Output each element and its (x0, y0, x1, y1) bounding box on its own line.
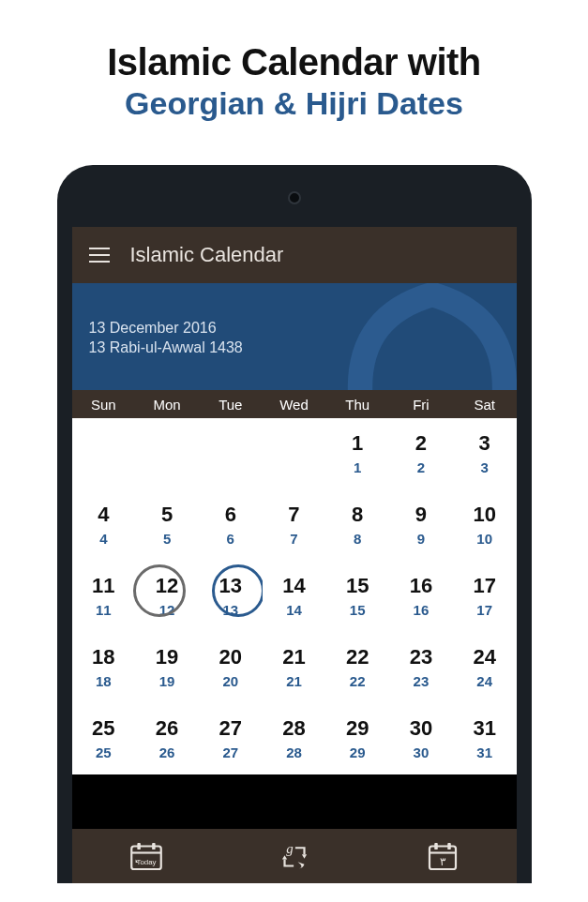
calendar-cell (135, 418, 199, 489)
gregorian-day: 13 (219, 576, 242, 596)
convert-icon: g (275, 839, 314, 873)
svg-rect-11 (434, 843, 438, 849)
gregorian-day: 18 (92, 647, 114, 668)
gregorian-day: 19 (156, 647, 178, 668)
hijri-day: 20 (222, 673, 238, 689)
calendar-cell[interactable]: 1111 (72, 561, 136, 632)
calendar-cell[interactable]: 2222 (325, 632, 389, 703)
calendar-cell[interactable]: 11 (325, 418, 389, 489)
gregorian-day: 7 (288, 504, 299, 525)
calendar-cell[interactable]: 55 (135, 489, 199, 561)
calendar-cell[interactable]: 1212 (135, 561, 199, 632)
gregorian-day: 26 (156, 718, 178, 739)
calendar-cell[interactable]: 3030 (389, 703, 453, 774)
gregorian-day: 21 (282, 647, 305, 668)
calendar-cell[interactable]: 77 (263, 489, 326, 561)
calendar-cell (72, 418, 136, 489)
calendar-cell[interactable]: 2525 (72, 703, 136, 774)
gregorian-day: 4 (98, 504, 109, 525)
hijri-day: 2 (417, 459, 425, 475)
svg-rect-12 (447, 843, 451, 849)
calendar-cell[interactable]: 2828 (263, 703, 326, 774)
calendar-cell (263, 418, 326, 489)
calendar-cell[interactable]: 2424 (453, 632, 517, 703)
gregorian-day: 14 (282, 576, 305, 596)
calendar-events-icon: ٣ (423, 839, 462, 873)
calendar-cell[interactable]: 22 (389, 418, 453, 489)
gregorian-day: 8 (352, 504, 363, 525)
calendar-cell[interactable]: 44 (72, 489, 136, 561)
svg-marker-7 (301, 854, 306, 858)
hijri-day: 13 (222, 602, 238, 618)
calendar-cell[interactable]: 2323 (389, 632, 453, 703)
hijri-day: 18 (96, 673, 112, 689)
calendar-grid: 1122334455667788991010111112121313141415… (72, 418, 517, 774)
calendar-cell[interactable]: 88 (325, 489, 389, 561)
hijri-day: 31 (476, 744, 492, 760)
hijri-day: 8 (354, 531, 361, 547)
weekday-label: Mon (135, 397, 199, 413)
weekday-label: Fri (389, 397, 453, 413)
calendar-today-icon: Today (127, 839, 166, 873)
today-button[interactable]: Today (72, 829, 220, 883)
device-frame: Islamic Calendar 13 December 2016 13 Rab… (57, 165, 532, 883)
hijri-day: 23 (414, 673, 430, 689)
hijri-day: 5 (163, 531, 171, 547)
hijri-day: 16 (414, 602, 430, 618)
promo-heading-1: Islamic Calendar with (0, 41, 588, 83)
app-screen: Islamic Calendar 13 December 2016 13 Rab… (72, 227, 517, 883)
calendar-cell[interactable]: 33 (453, 418, 517, 489)
gregorian-day: 28 (282, 718, 305, 739)
app-title: Islamic Calendar (130, 243, 284, 267)
hijri-day: 11 (96, 602, 112, 618)
gregorian-date: 13 December 2016 (89, 319, 500, 338)
calendar-cell[interactable]: 1515 (325, 561, 389, 632)
gregorian-day: 27 (219, 718, 242, 739)
hijri-day: 3 (480, 459, 488, 475)
weekday-label: Sun (72, 397, 136, 413)
calendar-cell[interactable]: 3131 (453, 703, 517, 774)
convert-button[interactable]: g (220, 829, 369, 883)
calendar-cell[interactable]: 2121 (263, 632, 326, 703)
hijri-day: 29 (350, 744, 366, 760)
gregorian-day: 16 (410, 576, 432, 596)
calendar-cell[interactable]: 99 (389, 489, 453, 561)
gregorian-day: 11 (92, 576, 114, 596)
calendar-cell[interactable]: 2929 (325, 703, 389, 774)
calendar-cell[interactable]: 1414 (263, 561, 326, 632)
events-button[interactable]: ٣ (369, 829, 517, 883)
calendar-cell[interactable]: 2020 (199, 632, 263, 703)
gregorian-day: 17 (473, 576, 495, 596)
hijri-day: 19 (159, 673, 175, 689)
gregorian-day: 12 (156, 576, 178, 596)
weekday-header: Sun Mon Tue Wed Thu Fri Sat (72, 390, 517, 418)
calendar-cell[interactable]: 2626 (135, 703, 199, 774)
hijri-day: 1 (354, 459, 361, 475)
calendar-cell[interactable]: 1919 (135, 632, 199, 703)
calendar-cell[interactable]: 1010 (453, 489, 517, 561)
gregorian-day: 25 (92, 718, 114, 739)
calendar-cell[interactable]: 1717 (453, 561, 517, 632)
hijri-day: 15 (350, 602, 366, 618)
device-camera (288, 191, 301, 204)
date-banner: 13 December 2016 13 Rabi-ul-Awwal 1438 (72, 283, 517, 390)
menu-icon[interactable] (89, 248, 110, 263)
hijri-day: 27 (222, 744, 238, 760)
calendar-cell[interactable]: 1818 (72, 632, 136, 703)
calendar-cell[interactable]: 1313 (199, 561, 263, 632)
hijri-day: 25 (96, 744, 112, 760)
weekday-label: Sat (453, 397, 517, 413)
hijri-day: 17 (476, 602, 492, 618)
calendar-cell[interactable]: 1616 (389, 561, 453, 632)
gregorian-day: 23 (410, 647, 432, 668)
calendar-cell[interactable]: 2727 (199, 703, 263, 774)
calendar-cell[interactable]: 66 (199, 489, 263, 561)
hijri-day: 21 (286, 673, 302, 689)
hijri-day: 6 (227, 531, 234, 547)
svg-rect-2 (137, 843, 141, 849)
gregorian-day: 1 (352, 433, 363, 454)
hijri-day: 30 (414, 744, 430, 760)
svg-text:٣: ٣ (440, 855, 446, 868)
gregorian-day: 9 (415, 504, 427, 525)
gregorian-day: 10 (473, 504, 495, 525)
